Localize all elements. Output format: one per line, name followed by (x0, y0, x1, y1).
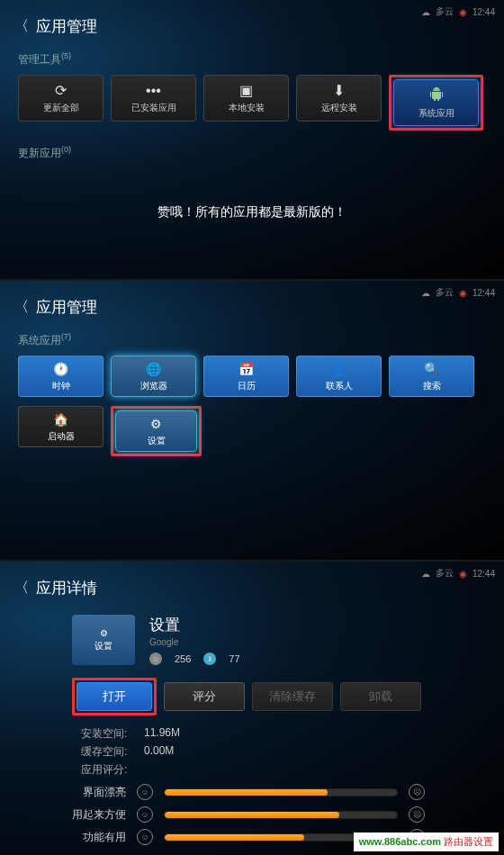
apps-row-1: 🕐 时钟 🌐 浏览器 📅 日历 👤 联系人 🔍 搜索 (0, 356, 504, 406)
back-icon[interactable]: 〈 (14, 298, 29, 317)
open-button[interactable]: 打开 (76, 682, 152, 711)
section-tools-label: 管理工具(5) (0, 46, 504, 75)
smiley-icon[interactable]: ☺ (137, 829, 153, 845)
home-icon: 🏠 (50, 410, 73, 428)
app-vendor: Google (149, 637, 240, 647)
rating-bar (164, 811, 398, 819)
tools-row: ⟳ 更新全部 ••• 已安装应用 ▣ 本地安装 ⬇ 远程安装 系统应用 (0, 75, 504, 140)
app-stats: ☺256 ⬇77 (149, 652, 240, 665)
package-icon: ▣ (239, 82, 253, 99)
app-contacts[interactable]: 👤 联系人 (296, 356, 382, 397)
clock-text: 12:44 (472, 569, 495, 579)
section-system-apps-label: 系统应用(7) (0, 327, 504, 356)
rating-label-row: 应用评分: (81, 762, 486, 778)
stat-icon-1: ☺ (149, 652, 162, 665)
refresh-icon: ⟳ (55, 82, 67, 99)
app-clock[interactable]: 🕐 时钟 (18, 356, 104, 397)
rating-ease: 用起来方便 ☺ ☹ (54, 806, 486, 823)
app-icon-box: ⚙ 设置 (72, 615, 135, 665)
tool-installed[interactable]: ••• 已安装应用 (111, 75, 196, 122)
weather-icon: ☁ (421, 7, 430, 17)
back-icon[interactable]: 〈 (14, 579, 29, 598)
calendar-icon: 📅 (235, 360, 258, 378)
section-updates-label: 更新应用(0) (0, 140, 504, 168)
app-detail-header: ⚙ 设置 设置 Google ☺256 ⬇77 (72, 615, 486, 665)
status-bar: ☁ 多云 ◉ 12:44 (421, 286, 495, 299)
rating-ui: 界面漂亮 ☺ ☹ (54, 784, 486, 800)
sad-icon[interactable]: ☹ (409, 806, 425, 823)
smiley-icon[interactable]: ☺ (137, 806, 153, 823)
action-buttons: 打开 评分 清除缓存 卸载 (72, 678, 486, 716)
tool-local-install[interactable]: ▣ 本地安装 (203, 75, 289, 122)
tool-system-apps[interactable]: 系统应用 (393, 79, 479, 126)
contacts-icon: 👤 (328, 360, 351, 378)
status-bar: ☁ 多云 ◉ 12:44 (421, 5, 495, 18)
app-launcher[interactable]: 🏠 启动器 (18, 406, 104, 447)
settings-icon: ⚙ (100, 628, 108, 638)
app-browser[interactable]: 🌐 浏览器 (111, 356, 196, 397)
weather-text: 多云 (436, 5, 454, 18)
highlight-settings: ⚙ 设置 (111, 406, 202, 456)
wifi-icon: ◉ (459, 288, 467, 298)
watermark: www.886abc.com 路由器设置 (354, 832, 499, 851)
empty-message: 赞哦！所有的应用都是最新版的！ (0, 204, 504, 220)
page-title: 应用管理 (36, 297, 97, 318)
apps-row-2: 🏠 启动器 ⚙ 设置 (0, 406, 504, 465)
install-size-value: 11.96M (144, 726, 180, 742)
rate-button[interactable]: 评分 (164, 682, 245, 711)
install-size-row: 安装空间: 11.96M (81, 726, 486, 742)
dots-icon: ••• (146, 83, 161, 99)
clock-icon: 🕐 (50, 360, 73, 378)
wifi-icon: ◉ (459, 569, 467, 579)
clear-cache-button[interactable]: 清除缓存 (252, 682, 333, 711)
download-icon: ⬇ (333, 82, 345, 99)
wifi-icon: ◉ (459, 7, 467, 17)
status-bar: ☁ 多云 ◉ 12:44 (421, 567, 495, 580)
cache-size-value: 0.00M (144, 744, 174, 760)
app-name: 设置 (149, 615, 240, 635)
page-title: 应用管理 (36, 16, 97, 37)
app-settings[interactable]: ⚙ 设置 (115, 410, 197, 452)
weather-text: 多云 (436, 567, 454, 580)
weather-text: 多云 (436, 286, 454, 299)
settings-icon: ⚙ (145, 415, 168, 433)
uninstall-button[interactable]: 卸载 (340, 682, 421, 711)
search-icon: 🔍 (420, 360, 444, 378)
sad-icon[interactable]: ☹ (409, 784, 425, 800)
smiley-icon[interactable]: ☺ (137, 784, 153, 800)
app-search[interactable]: 🔍 搜索 (389, 356, 474, 397)
app-calendar[interactable]: 📅 日历 (203, 356, 289, 397)
clock-text: 12:44 (472, 7, 495, 17)
tool-update-all[interactable]: ⟳ 更新全部 (18, 75, 104, 122)
highlight-open: 打开 (72, 678, 157, 716)
stat-icon-2: ⬇ (203, 652, 216, 665)
tool-remote-install[interactable]: ⬇ 远程安装 (296, 75, 382, 122)
cache-size-row: 缓存空间: 0.00M (81, 744, 486, 760)
highlight-system-apps: 系统应用 (389, 75, 483, 130)
clock-text: 12:44 (472, 288, 495, 298)
page-title: 应用详情 (36, 578, 97, 598)
rating-bar (164, 788, 398, 796)
weather-icon: ☁ (421, 569, 430, 579)
android-icon (428, 86, 445, 104)
back-icon[interactable]: 〈 (14, 17, 29, 36)
weather-icon: ☁ (421, 288, 430, 298)
globe-icon: 🌐 (142, 360, 166, 378)
